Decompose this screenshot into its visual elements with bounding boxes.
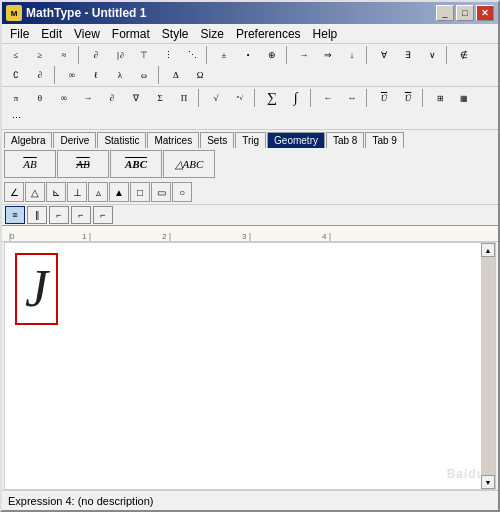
tab-geometry[interactable]: Geometry — [267, 132, 325, 148]
fmt-btn-3[interactable]: ⌐ — [49, 206, 69, 224]
tab-sets[interactable]: Sets — [200, 132, 234, 148]
tb-ddots[interactable]: ⋱ — [181, 45, 203, 65]
tb-top[interactable]: ⊤ — [133, 45, 155, 65]
tb-Sigma[interactable]: Σ — [149, 88, 171, 108]
tab-trig[interactable]: Trig — [235, 132, 266, 148]
main-window: M MathType - Untitled 1 _ □ ✕ File Edit … — [0, 0, 500, 512]
tb-arrow[interactable]: → — [293, 45, 315, 65]
menu-bar: File Edit View Format Style Size Prefere… — [2, 24, 498, 44]
menu-preferences[interactable]: Preferences — [230, 25, 307, 43]
shape-triangle2[interactable]: ▵ — [88, 182, 108, 202]
tb-grid1[interactable]: ⊞ — [429, 88, 451, 108]
tb-ubar[interactable]: Ü — [373, 88, 395, 108]
editor-area[interactable]: J Baidu ▲ ▼ — [4, 242, 496, 490]
scroll-up-button[interactable]: ▲ — [481, 243, 495, 257]
fmt-btn-5[interactable]: ⌐ — [93, 206, 113, 224]
tb-nabla[interactable]: ∇ — [125, 88, 147, 108]
tabs-row: Algebra Derive Statistic Matrices Sets T… — [2, 130, 498, 148]
window-title: MathType - Untitled 1 — [26, 6, 146, 20]
menu-format[interactable]: Format — [106, 25, 156, 43]
tb-geq[interactable]: ≥ — [29, 45, 51, 65]
tab-statistic[interactable]: Statistic — [97, 132, 146, 148]
tb-bullet[interactable]: • — [237, 45, 259, 65]
tb-darrow[interactable]: ⇒ — [317, 45, 339, 65]
shape-perp[interactable]: ⊥ — [67, 182, 87, 202]
tb-bigsum[interactable]: ∑ — [261, 88, 283, 108]
tb-sep-6 — [54, 66, 58, 84]
shape-rectangle[interactable]: ▭ — [151, 182, 171, 202]
fmt-btn-1[interactable]: ≡ — [5, 206, 25, 224]
tb-notin[interactable]: ∉ — [453, 45, 475, 65]
tb-omega[interactable]: ω — [133, 65, 155, 85]
shape-circle[interactable]: ○ — [172, 182, 192, 202]
tb-larrow[interactable]: ← — [317, 88, 339, 108]
title-bar: M MathType - Untitled 1 _ □ ✕ — [2, 2, 498, 24]
scroll-track[interactable] — [481, 257, 495, 475]
tb-downarrow[interactable]: ↓ — [341, 45, 363, 65]
tb-to[interactable]: → — [77, 88, 99, 108]
menu-view[interactable]: View — [68, 25, 106, 43]
AB-overline-label: AB — [23, 158, 36, 170]
shape-right-angle[interactable]: ⊾ — [46, 182, 66, 202]
tab-9[interactable]: Tab 9 — [365, 132, 403, 148]
tb-infty[interactable]: ∞ — [61, 65, 83, 85]
tb-approx[interactable]: ≈ — [53, 45, 75, 65]
tb-infty2[interactable]: ∞ — [53, 88, 75, 108]
maximize-button[interactable]: □ — [456, 5, 474, 21]
sym-triangle-ABC[interactable]: △ABC — [163, 150, 215, 178]
tab-algebra[interactable]: Algebra — [4, 132, 52, 148]
tb-sqrt[interactable]: √ — [205, 88, 227, 108]
tb-lrarrow[interactable]: ↔ — [341, 88, 363, 108]
tb-Delta[interactable]: Δ — [165, 65, 187, 85]
tb-oplus[interactable]: ⊕ — [261, 45, 283, 65]
tb-partial3[interactable]: ∂ — [101, 88, 123, 108]
scroll-down-button[interactable]: ▼ — [481, 475, 495, 489]
menu-size[interactable]: Size — [195, 25, 230, 43]
sym-ABC-overline[interactable]: ABC — [110, 150, 162, 178]
tb-leq[interactable]: ≤ — [5, 45, 27, 65]
tb-partial[interactable]: ∂ — [85, 45, 107, 65]
menu-edit[interactable]: Edit — [35, 25, 68, 43]
tb-bigSigma[interactable]: ∫ — [285, 88, 307, 108]
tb-theta[interactable]: θ — [29, 88, 51, 108]
tb-nthrt[interactable]: ⁿ√ — [229, 88, 251, 108]
tb-lor[interactable]: ∨ — [421, 45, 443, 65]
shape-angle[interactable]: ∠ — [4, 182, 24, 202]
menu-help[interactable]: Help — [307, 25, 344, 43]
shape-triangle[interactable]: △ — [25, 182, 45, 202]
menu-style[interactable]: Style — [156, 25, 195, 43]
tb-grid2[interactable]: ▦ — [453, 88, 475, 108]
tb-sep-4 — [366, 46, 370, 64]
title-bar-left: M MathType - Untitled 1 — [6, 5, 146, 21]
tb-exists[interactable]: ∃ — [397, 45, 419, 65]
tb-lambda[interactable]: λ — [109, 65, 131, 85]
tb-pm[interactable]: ± — [213, 45, 235, 65]
tab-matrices[interactable]: Matrices — [147, 132, 199, 148]
sym-AB-overline2[interactable]: AB — [57, 150, 109, 178]
close-button[interactable]: ✕ — [476, 5, 494, 21]
window-controls: _ □ ✕ — [436, 5, 494, 21]
fmt-btn-4[interactable]: ⌐ — [71, 206, 91, 224]
tb-Omega[interactable]: Ω — [189, 65, 211, 85]
sym-AB-overline[interactable]: AB — [4, 150, 56, 178]
fmt-btn-2[interactable]: ‖ — [27, 206, 47, 224]
shape-square[interactable]: □ — [130, 182, 150, 202]
tb-partial2[interactable]: ∂ — [29, 65, 51, 85]
tb-hbar[interactable]: ∣∂ — [109, 45, 131, 65]
shape-filled-triangle[interactable]: ▲ — [109, 182, 129, 202]
tb-Pi[interactable]: Π — [173, 88, 195, 108]
AB-overline2-label: AB — [76, 158, 89, 170]
tab-8[interactable]: Tab 8 — [326, 132, 364, 148]
ruler: 0 1 2 3 4 — [2, 226, 498, 242]
tb-cdots[interactable]: ⋯ — [5, 108, 27, 128]
tb-uvec[interactable]: Ū — [397, 88, 419, 108]
tab-derive[interactable]: Derive — [53, 132, 96, 148]
minimize-button[interactable]: _ — [436, 5, 454, 21]
tb-pi[interactable]: π — [5, 88, 27, 108]
triangle-ABC-label: △ABC — [175, 158, 204, 171]
tb-forall[interactable]: ∀ — [373, 45, 395, 65]
tb-vdots[interactable]: ⋮ — [157, 45, 179, 65]
tb-ell[interactable]: ℓ — [85, 65, 107, 85]
menu-file[interactable]: File — [4, 25, 35, 43]
tb-comp[interactable]: ∁ — [5, 65, 27, 85]
